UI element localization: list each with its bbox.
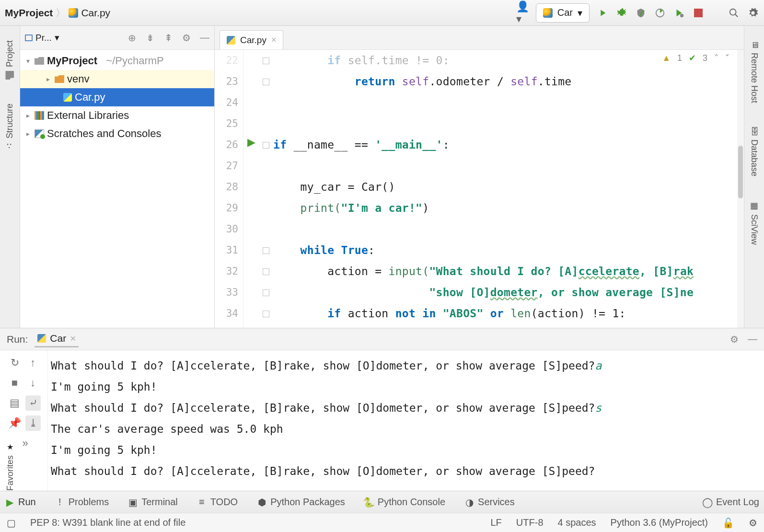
warning-icon[interactable]: ▲	[662, 53, 671, 63]
bottom-tool-terminal[interactable]: ▣Terminal	[128, 497, 178, 508]
breadcrumb-project[interactable]: MyProject	[5, 7, 53, 19]
right-tool-strip: 🖥Remote Host 🗄Database ▦SciView	[744, 26, 764, 328]
packages-icon: ⬢	[257, 497, 266, 507]
status-interpreter[interactable]: Python 3.6 (MyProject)	[611, 517, 708, 528]
settings-icon[interactable]	[747, 7, 759, 19]
bottom-tool-problems[interactable]: !Problems	[55, 497, 109, 508]
gutter-markers[interactable]: ▶	[243, 50, 263, 328]
run-button[interactable]	[596, 7, 609, 19]
tool-project[interactable]: Project	[5, 40, 15, 80]
hide-icon[interactable]: —	[748, 335, 757, 344]
expand-all-icon[interactable]: ⇟	[145, 33, 155, 43]
tool-database[interactable]: 🗄Database	[749, 127, 759, 176]
vertical-scrollbar[interactable]	[737, 50, 744, 328]
run-gutter-icon[interactable]: ▶	[247, 136, 255, 149]
scrollbar-thumb[interactable]	[738, 146, 743, 198]
bottom-tool-eventlog[interactable]: ◯Event Log	[703, 497, 759, 508]
locate-icon[interactable]: ⊕	[127, 33, 137, 43]
tree-root[interactable]: ▾ MyProject ~/PycharmP	[20, 52, 214, 70]
status-indent[interactable]: 4 spaces	[558, 517, 596, 528]
lock-icon[interactable]: 🔓	[722, 517, 734, 529]
line-numbers: 22 232425 262728 293031 323334	[215, 50, 243, 328]
profile-button[interactable]	[654, 7, 666, 19]
terminal-icon: ▣	[128, 497, 138, 507]
gear-icon[interactable]: ⚙	[182, 33, 191, 43]
run-config-name: Car	[557, 7, 573, 18]
run-tool-window: Run: Car × ⚙ — ↻ ↑ ■ ↓	[0, 328, 764, 491]
gear-icon[interactable]: ⚙	[729, 335, 739, 344]
status-lf[interactable]: LF	[491, 517, 502, 528]
soft-wrap-icon[interactable]: ⤶	[25, 395, 41, 411]
fold-marker[interactable]	[263, 268, 269, 275]
breadcrumb-file[interactable]: Car.py	[81, 7, 110, 19]
project-view-selector[interactable]: Pr...▾	[25, 32, 59, 43]
bottom-tool-todo[interactable]: ≡TODO	[197, 497, 238, 508]
fold-marker[interactable]	[263, 58, 269, 64]
stop-button[interactable]	[692, 7, 705, 19]
bottom-tool-tabs: ▶Run !Problems ▣Terminal ≡TODO ⬢Python P…	[0, 491, 764, 513]
tool-remote-host[interactable]: 🖥Remote Host	[749, 40, 759, 103]
rerun-button[interactable]: ↻	[7, 355, 23, 370]
project-tree[interactable]: ▾ MyProject ~/PycharmP ▸ venv Car.py ▸	[20, 50, 214, 328]
star-icon: ★	[7, 442, 13, 451]
weak-warning-icon[interactable]: ✔	[689, 53, 696, 63]
chevron-right-icon[interactable]: ▸	[24, 112, 32, 119]
search-icon[interactable]	[728, 7, 740, 19]
play-icon: ▶	[5, 497, 14, 507]
hide-icon[interactable]: —	[200, 33, 209, 43]
down-icon[interactable]: ↓	[25, 375, 41, 391]
bottom-tool-services[interactable]: ◑Services	[464, 497, 515, 508]
fold-marker[interactable]	[263, 142, 269, 149]
tree-external-libs[interactable]: ▸ External Libraries	[20, 106, 214, 125]
coverage-button[interactable]	[635, 7, 647, 19]
structure-icon: ⛬	[5, 142, 15, 151]
bottom-tool-console[interactable]: 🐍Python Console	[364, 497, 445, 508]
chevron-right-icon[interactable]: ▸	[44, 75, 52, 83]
chevron-down-icon[interactable]: ▾	[24, 57, 32, 65]
tool-structure[interactable]: ⛬Structure	[5, 104, 15, 151]
editor-body[interactable]: 22 232425 262728 293031 323334 ▶	[215, 50, 744, 328]
folder-icon	[55, 75, 64, 83]
code-text[interactable]: if self.time != 0: return self.odometer …	[273, 50, 744, 328]
close-icon[interactable]: ×	[271, 35, 277, 45]
inspection-widget[interactable]: ▲1 ✔3 ˄ ˅	[662, 53, 729, 63]
run-with-icon[interactable]	[673, 7, 685, 19]
fold-column[interactable]	[263, 50, 273, 328]
editor-tab-car[interactable]: Car.py ×	[220, 30, 283, 49]
run-configuration-selector[interactable]: Car ▾	[536, 3, 590, 23]
tree-scratches[interactable]: ▸ Scratches and Consoles	[20, 125, 214, 143]
console-output[interactable]: What should I do? [A]ccelerate, [B]rake,…	[48, 350, 764, 491]
scroll-to-end-icon[interactable]: ⤓	[25, 416, 41, 431]
tool-windows-icon[interactable]: ▢	[7, 517, 16, 529]
bottom-tool-packages[interactable]: ⬢Python Packages	[257, 497, 345, 508]
fold-marker[interactable]	[263, 311, 269, 317]
collapse-all-icon[interactable]: ⇞	[163, 33, 173, 43]
next-highlight-icon[interactable]: ˅	[725, 53, 729, 63]
user-icon[interactable]: 👤▾	[517, 7, 529, 19]
chevron-right-icon[interactable]: ▸	[24, 130, 32, 138]
prev-highlight-icon[interactable]: ˄	[714, 53, 718, 63]
tree-car-py[interactable]: Car.py	[20, 88, 214, 106]
editor-tabs: Car.py ×	[215, 26, 744, 50]
tool-sciview[interactable]: ▦SciView	[749, 200, 760, 245]
fold-marker[interactable]	[263, 79, 269, 85]
stop-button[interactable]: ■	[7, 375, 23, 391]
svg-point-1	[680, 13, 683, 17]
fold-marker[interactable]	[263, 289, 269, 296]
run-tabbar: Run: Car × ⚙ —	[0, 328, 764, 350]
project-panel-header: Pr...▾ ⊕ ⇟ ⇞ ⚙ —	[20, 26, 214, 50]
fold-marker[interactable]	[263, 247, 269, 254]
ide-status-icon[interactable]: ⚙	[749, 517, 757, 529]
debug-button[interactable]	[615, 7, 628, 19]
run-tab-car[interactable]: Car ×	[35, 331, 79, 347]
database-icon: 🗄	[749, 127, 759, 136]
python-icon	[543, 8, 553, 18]
svg-rect-2	[694, 9, 703, 17]
breadcrumb[interactable]: MyProject 〉 Car.py	[5, 6, 110, 20]
bottom-tool-run[interactable]: ▶Run	[5, 497, 36, 508]
close-icon[interactable]: ×	[70, 333, 76, 344]
status-encoding[interactable]: UTF-8	[516, 517, 544, 528]
tool-favorites[interactable]: ★ Favorites	[0, 395, 20, 491]
tree-venv[interactable]: ▸ venv	[20, 70, 214, 88]
up-icon[interactable]: ↑	[25, 355, 41, 370]
